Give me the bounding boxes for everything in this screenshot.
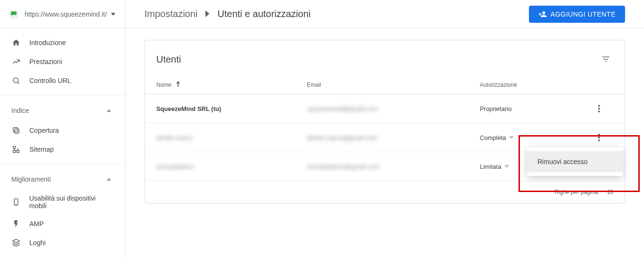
svg-point-13 xyxy=(598,110,600,112)
nav-item-amp[interactable]: AMP xyxy=(0,214,125,233)
users-card: Utenti Nome xyxy=(144,40,625,203)
nav-group-indice[interactable]: Indice xyxy=(0,100,125,121)
svg-point-15 xyxy=(598,137,600,138)
caret-down-icon xyxy=(504,165,509,168)
svg-line-1 xyxy=(18,82,19,83)
row-menu-button[interactable] xyxy=(591,101,607,116)
filter-icon xyxy=(601,55,610,64)
copy-icon xyxy=(11,126,21,135)
breadcrumb-current: Utenti e autorizzazioni xyxy=(217,9,311,19)
nav-label: AMP xyxy=(29,220,44,228)
nav-label: Introduzione xyxy=(29,39,66,46)
nav-group-miglioramenti[interactable]: Miglioramenti xyxy=(0,169,125,190)
property-url: https://www.squeezemind.it/ xyxy=(25,10,111,18)
nav-item-controllo-url[interactable]: Controllo URL xyxy=(0,71,125,90)
search-icon xyxy=(11,76,21,85)
nav-label: Copertura xyxy=(29,127,59,134)
svg-rect-3 xyxy=(13,128,18,132)
caret-down-icon xyxy=(111,10,116,18)
breadcrumb: Impostazioni Utenti e autorizzazioni xyxy=(144,9,311,19)
caret-down-icon xyxy=(509,136,514,139)
rows-per-page-value[interactable]: 10 xyxy=(607,189,613,195)
chevron-up-icon xyxy=(104,174,114,184)
svg-point-0 xyxy=(13,78,18,83)
nav-item-usabilita-mobile[interactable]: Usabilità sui dispositivi mobili xyxy=(0,190,125,214)
sitemap-icon xyxy=(11,145,21,154)
nav-group-title: Miglioramenti xyxy=(11,175,51,183)
row-menu-button[interactable] xyxy=(591,130,607,145)
svg-rect-4 xyxy=(13,146,16,148)
remove-access-action[interactable]: Rimuovi accesso xyxy=(527,151,623,172)
svg-point-11 xyxy=(598,105,600,107)
nav-item-copertura[interactable]: Copertura xyxy=(0,121,125,140)
chevron-right-icon xyxy=(205,9,210,19)
card-title: Utenti xyxy=(156,54,181,65)
nav-label: Prestazioni xyxy=(29,58,62,65)
nav-item-loghi[interactable]: Loghi xyxy=(0,233,125,252)
svg-point-12 xyxy=(598,108,600,110)
cell-name: devillo.marco xyxy=(145,123,295,152)
sort-arrow-up-icon xyxy=(176,82,180,88)
mobile-icon xyxy=(11,197,21,207)
column-header-name[interactable]: Nome xyxy=(145,75,295,94)
svg-point-16 xyxy=(598,139,600,141)
chevron-up-icon xyxy=(104,106,114,115)
nav-label: Loghi xyxy=(29,239,45,247)
nav-group-title: Indice xyxy=(11,107,29,114)
svg-point-14 xyxy=(598,134,600,136)
cell-name: drosophilaexs xyxy=(145,152,295,181)
nav-label: Sitemap xyxy=(29,146,54,153)
cell-email: squeezemind@gmail.com xyxy=(295,94,468,123)
bolt-icon xyxy=(11,219,21,229)
cell-email: drosophilaexs@gmail.com xyxy=(295,152,468,181)
rows-per-page-label: Righe per pagina: xyxy=(555,189,599,195)
breadcrumb-parent[interactable]: Impostazioni xyxy=(144,9,197,19)
add-user-label: AGGIUNGI UTENTE xyxy=(551,10,616,18)
add-user-button[interactable]: AGGIUNGI UTENTE xyxy=(529,6,625,23)
svg-rect-2 xyxy=(15,129,19,133)
svg-marker-9 xyxy=(13,239,20,243)
row-action-menu: Rimuovi accesso xyxy=(527,147,623,176)
home-icon xyxy=(11,38,21,47)
cell-email: devillo.marco@gmail.com xyxy=(295,123,468,152)
nav-label: Usabilità sui dispositivi mobili xyxy=(29,194,114,210)
nav-item-sitelink-search[interactable]: Casella di ricerca sitelink xyxy=(0,252,125,257)
column-header-perm[interactable]: Autorizzazione xyxy=(468,75,580,94)
trend-icon xyxy=(11,57,21,66)
column-header-email[interactable]: Email xyxy=(295,75,468,94)
property-selector[interactable]: https://www.squeezemind.it/ xyxy=(0,0,125,28)
nav-item-sitemap[interactable]: Sitemap xyxy=(0,140,125,159)
layers-icon xyxy=(11,238,21,248)
filter-button[interactable] xyxy=(598,52,613,67)
table-row: SqueezeMind SRL (tu)squeezemind@gmail.co… xyxy=(145,94,625,123)
nav-item-introduzione[interactable]: Introduzione xyxy=(0,33,125,52)
cell-name: SqueezeMind SRL (tu) xyxy=(145,94,295,123)
kebab-icon xyxy=(598,134,600,141)
favicon-icon xyxy=(9,10,18,18)
nav-label: Controllo URL xyxy=(29,77,71,84)
cell-permission: Proprietario xyxy=(468,94,580,123)
person-add-icon xyxy=(538,10,547,18)
kebab-icon xyxy=(598,105,600,112)
nav-item-prestazioni[interactable]: Prestazioni xyxy=(0,52,125,71)
